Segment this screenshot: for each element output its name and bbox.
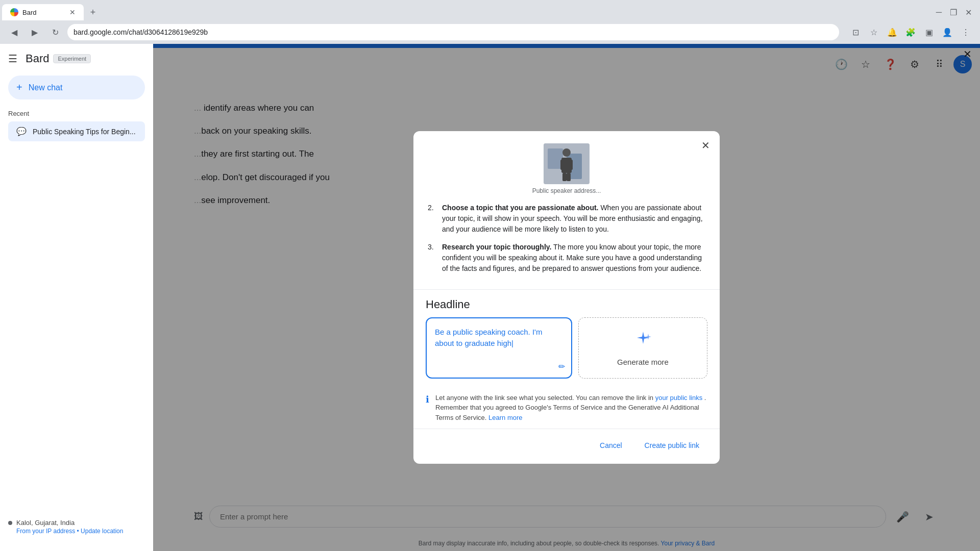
list-text-2: Choose a topic that you are passionate a… [442, 203, 705, 235]
menu-icon[interactable]: ☰ [8, 53, 17, 65]
generate-more-card[interactable]: Generate more [578, 317, 707, 379]
svg-rect-7 [562, 173, 567, 181]
cancel-button[interactable]: Cancel [592, 437, 630, 454]
modal-actions: Cancel Create public link [413, 429, 720, 464]
sidebar-header: ☰ Bard Experiment [0, 52, 153, 73]
generate-sparkle-icon [634, 330, 652, 352]
list-item-2: 2. Choose a topic that you are passionat… [428, 203, 705, 235]
location-separator: • [77, 528, 81, 535]
tab-close-button[interactable]: ✕ [69, 8, 76, 16]
maximize-button[interactable]: ❐ [948, 6, 959, 19]
reload-button[interactable]: ↻ [47, 24, 63, 40]
info-text-1: Let anyone with the link see what you se… [435, 394, 655, 402]
new-chat-button[interactable]: + New chat [8, 76, 145, 99]
location-city: Kalol, Gujarat, India [16, 519, 123, 527]
new-tab-button[interactable]: + [86, 5, 100, 19]
create-public-link-button[interactable]: Create public link [636, 437, 707, 454]
location-source-link[interactable]: From your IP address [16, 528, 75, 535]
modal-overlay: ✕ [153, 44, 980, 551]
chat-icon: 💬 [16, 127, 27, 136]
profile-icon[interactable]: 👤 [939, 24, 955, 40]
info-text-block: Let anyone with the link see what you se… [435, 393, 707, 423]
public-links-link[interactable]: your public links [655, 394, 703, 402]
recent-section: Recent 💬 Public Speaking Tips for Begin.… [0, 102, 153, 145]
modal-info: ℹ Let anyone with the link see what you … [413, 387, 720, 429]
svg-point-3 [562, 148, 571, 157]
experiment-badge: Experiment [53, 54, 91, 63]
back-button[interactable]: ◀ [6, 24, 22, 40]
update-location-link[interactable]: Update location [81, 528, 123, 535]
sidebar-icon[interactable]: ▣ [921, 24, 937, 40]
list-num-3: 3. [428, 242, 438, 274]
list-item-3: 3. Research your topic thoroughly. The m… [428, 242, 705, 274]
tab-favicon [10, 8, 18, 16]
url-text: bard.google.com/chat/d3064128619e929b [74, 28, 208, 36]
list-bold-2: Choose a topic that you are passionate a… [442, 204, 599, 212]
speaker-image [544, 143, 590, 184]
svg-rect-5 [560, 160, 565, 170]
headline-cards: Be a public speaking coach. I'm about to… [413, 317, 720, 387]
list-bold-3: Research your topic thoroughly. [442, 243, 551, 251]
cast-icon[interactable]: ⊡ [847, 24, 864, 40]
extension-notify-icon[interactable]: 🔔 [884, 24, 900, 40]
modal-list: 2. Choose a topic that you are passionat… [413, 203, 720, 289]
headline-section-label: Headline [413, 289, 720, 317]
more-options-icon[interactable]: ⋮ [958, 24, 974, 40]
minimize-button[interactable]: ─ [934, 6, 944, 19]
location-dot-icon [8, 521, 12, 525]
info-icon: ℹ [426, 394, 429, 423]
modal-image-section: Public speaker address... [413, 131, 720, 203]
close-window-button[interactable]: ✕ [963, 6, 974, 19]
list-text-3: Research your topic thoroughly. The more… [442, 242, 705, 274]
share-modal: ✕ [413, 131, 720, 464]
image-caption: Public speaker address... [532, 187, 601, 194]
headline-card-selected[interactable]: Be a public speaking coach. I'm about to… [426, 317, 572, 379]
bookmark-star-icon[interactable]: ☆ [866, 24, 882, 40]
plus-icon: + [16, 82, 22, 93]
recent-chat-item[interactable]: 💬 Public Speaking Tips for Begin... [8, 121, 145, 141]
chat-item-title: Public Speaking Tips for Begin... [33, 128, 136, 136]
modal-scroll-area[interactable]: Public speaker address... 2. Choose a to… [413, 131, 720, 429]
speaker-svg [544, 143, 590, 184]
recent-label: Recent [8, 110, 145, 117]
forward-button[interactable]: ▶ [27, 24, 43, 40]
tab-title: Bard [22, 9, 65, 16]
svg-rect-6 [569, 160, 573, 170]
brand-name: Bard [26, 52, 49, 65]
headline-card-text: Be a public speaking coach. I'm about to… [435, 327, 563, 349]
main-content: ✕ 🕐 ☆ ❓ ⚙ ⠿ S ... identify areas where y… [153, 44, 980, 551]
browser-tab[interactable]: Bard ✕ [2, 4, 84, 20]
address-bar[interactable]: bard.google.com/chat/d3064128619e929b [67, 24, 839, 40]
modal-close-button[interactable]: ✕ [697, 137, 714, 154]
new-chat-label: New chat [29, 83, 63, 92]
learn-more-link[interactable]: Learn more [488, 414, 522, 421]
brand-logo: Bard Experiment [26, 52, 91, 65]
svg-rect-8 [567, 173, 571, 181]
generate-more-label: Generate more [617, 358, 669, 366]
sidebar-footer: Kalol, Gujarat, India From your IP addre… [0, 511, 153, 543]
location-info: Kalol, Gujarat, India From your IP addre… [8, 519, 145, 535]
edit-icon[interactable]: ✏ [558, 362, 565, 371]
sidebar: ☰ Bard Experiment + New chat Recent 💬 Pu… [0, 44, 153, 551]
extensions-icon[interactable]: 🧩 [902, 24, 919, 40]
list-num-2: 2. [428, 203, 438, 235]
